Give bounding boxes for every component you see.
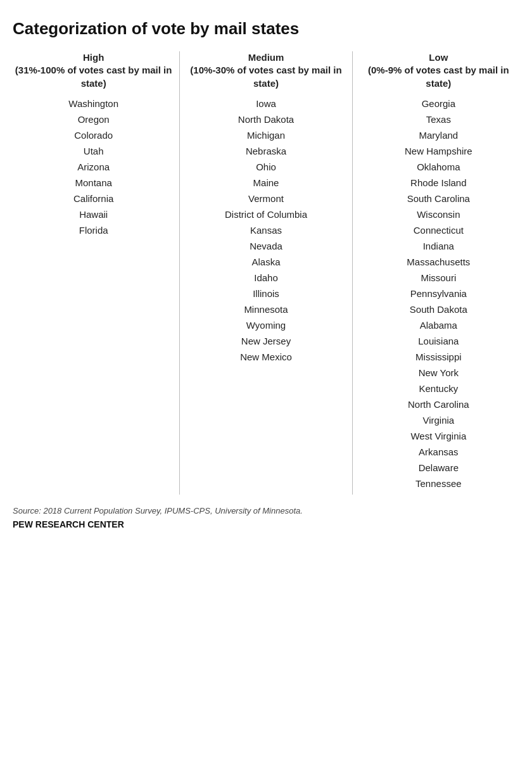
list-item: Michigan	[247, 130, 285, 140]
source-text: Source: 2018 Current Population Survey, …	[13, 506, 519, 515]
list-item: Minnesota	[244, 305, 288, 314]
col-header-high: High(31%-100% of votes cast by mail in s…	[13, 51, 174, 90]
columns-wrapper: High(31%-100% of votes cast by mail in s…	[13, 51, 519, 495]
page-title: Categorization of vote by mail states	[13, 19, 519, 39]
list-item: Maryland	[419, 130, 458, 140]
list-item: Montana	[75, 178, 111, 187]
list-item: Oklahoma	[417, 162, 460, 172]
list-item: Arizona	[77, 162, 110, 172]
list-item: Louisiana	[418, 336, 459, 346]
list-item: Colorado	[74, 130, 113, 140]
list-item: Ohio	[256, 162, 276, 172]
list-item: Washington	[68, 99, 118, 108]
list-item: West Virginia	[410, 431, 466, 441]
list-item: Mississippi	[415, 352, 462, 362]
list-item: District of Columbia	[225, 210, 307, 219]
list-item: Maine	[253, 178, 279, 187]
list-item: Iowa	[256, 99, 276, 108]
list-item: North Dakota	[238, 115, 294, 124]
list-item: Alabama	[420, 320, 457, 330]
list-item: North Carolina	[408, 400, 469, 409]
divider-2	[352, 51, 353, 495]
brand-label: PEW RESEARCH CENTER	[13, 519, 519, 529]
list-item: California	[73, 194, 113, 203]
list-item: Massachusetts	[407, 257, 470, 267]
list-item: New York	[419, 368, 459, 377]
list-item: Indiana	[423, 241, 454, 251]
list-item: Virginia	[422, 415, 454, 425]
list-item: Alaska	[251, 257, 280, 267]
list-item: New Hampshire	[405, 146, 472, 156]
list-item: South Dakota	[410, 305, 467, 314]
list-item: Wisconsin	[417, 210, 460, 219]
col-header-low: Low(0%-9% of votes cast by mail in state…	[358, 51, 519, 90]
list-item: Texas	[426, 115, 451, 124]
list-item: Hawaii	[79, 210, 108, 219]
list-item: Delaware	[419, 463, 459, 472]
list-item: Nevada	[250, 241, 282, 251]
list-item: New Mexico	[240, 352, 292, 362]
list-item: Oregon	[78, 115, 110, 124]
list-item: Illinois	[253, 289, 279, 298]
list-item: Utah	[84, 146, 104, 156]
list-item: New Jersey	[241, 336, 291, 346]
column-high: High(31%-100% of votes cast by mail in s…	[13, 51, 174, 241]
list-item: Nebraska	[246, 146, 286, 156]
list-item: Rhode Island	[410, 178, 466, 187]
list-item: Tennessee	[415, 479, 462, 488]
col-header-medium: Medium(10%-30% of votes cast by mail in …	[185, 51, 346, 90]
list-item: Florida	[79, 225, 108, 235]
list-item: South Carolina	[407, 194, 470, 203]
list-item: Georgia	[422, 99, 455, 108]
list-item: Idaho	[254, 273, 278, 282]
list-item: Arkansas	[419, 447, 459, 457]
list-item: Missouri	[421, 273, 456, 282]
column-medium: Medium(10%-30% of votes cast by mail in …	[185, 51, 346, 368]
list-item: Vermont	[248, 194, 284, 203]
list-item: Kentucky	[419, 384, 458, 393]
list-item: Pennsylvania	[410, 289, 467, 298]
list-item: Connecticut	[414, 225, 464, 235]
divider-1	[179, 51, 180, 495]
list-item: Kansas	[250, 225, 282, 235]
column-low: Low(0%-9% of votes cast by mail in state…	[358, 51, 519, 495]
list-item: Wyoming	[246, 320, 286, 330]
